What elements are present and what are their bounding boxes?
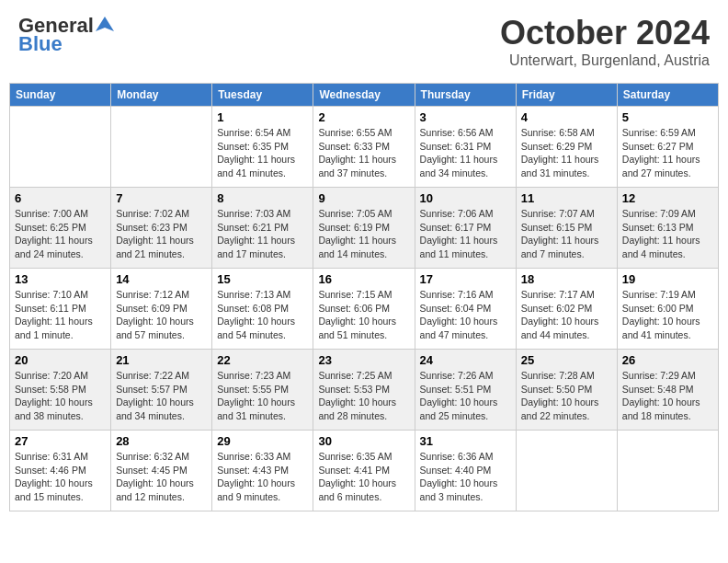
calendar-header-row: SundayMondayTuesdayWednesdayThursdayFrid… (10, 84, 719, 107)
calendar-cell: 4Sunrise: 6:58 AM Sunset: 6:29 PM Daylig… (516, 107, 617, 188)
day-detail: Sunrise: 7:00 AM Sunset: 6:25 PM Dayligh… (15, 207, 106, 261)
day-detail: Sunrise: 7:10 AM Sunset: 6:11 PM Dayligh… (15, 288, 106, 342)
day-number: 3 (420, 110, 511, 124)
day-number: 14 (116, 272, 207, 286)
day-detail: Sunrise: 6:31 AM Sunset: 4:46 PM Dayligh… (15, 450, 106, 504)
day-number: 2 (318, 110, 409, 124)
day-number: 4 (521, 110, 612, 124)
calendar-week-row: 27Sunrise: 6:31 AM Sunset: 4:46 PM Dayli… (10, 431, 719, 511)
calendar-cell: 23Sunrise: 7:25 AM Sunset: 5:53 PM Dayli… (313, 350, 415, 431)
title-block: October 2024 Unterwart, Burgenland, Aust… (500, 14, 710, 69)
svg-marker-0 (96, 17, 114, 31)
day-number: 11 (521, 191, 612, 205)
day-number: 16 (318, 272, 409, 286)
calendar-cell: 15Sunrise: 7:13 AM Sunset: 6:08 PM Dayli… (212, 269, 313, 350)
logo[interactable]: General Blue (18, 14, 114, 56)
calendar-week-row: 1Sunrise: 6:54 AM Sunset: 6:35 PM Daylig… (10, 107, 719, 188)
calendar-header-wednesday: Wednesday (313, 84, 415, 107)
day-number: 27 (15, 434, 106, 448)
calendar-cell: 12Sunrise: 7:09 AM Sunset: 6:13 PM Dayli… (617, 188, 718, 269)
day-detail: Sunrise: 6:59 AM Sunset: 6:27 PM Dayligh… (622, 126, 713, 180)
day-detail: Sunrise: 7:09 AM Sunset: 6:13 PM Dayligh… (622, 207, 713, 261)
day-detail: Sunrise: 6:55 AM Sunset: 6:33 PM Dayligh… (318, 126, 409, 180)
day-number: 10 (420, 191, 511, 205)
calendar-cell: 16Sunrise: 7:15 AM Sunset: 6:06 PM Dayli… (313, 269, 415, 350)
calendar-header-monday: Monday (111, 84, 212, 107)
day-number: 31 (420, 434, 511, 448)
day-number: 6 (15, 191, 106, 205)
day-detail: Sunrise: 7:26 AM Sunset: 5:51 PM Dayligh… (420, 369, 511, 423)
day-number: 20 (15, 353, 106, 367)
day-detail: Sunrise: 7:05 AM Sunset: 6:19 PM Dayligh… (318, 207, 409, 261)
calendar-cell: 22Sunrise: 7:23 AM Sunset: 5:55 PM Dayli… (212, 350, 313, 431)
calendar-cell: 5Sunrise: 6:59 AM Sunset: 6:27 PM Daylig… (617, 107, 718, 188)
day-detail: Sunrise: 7:16 AM Sunset: 6:04 PM Dayligh… (420, 288, 511, 342)
day-detail: Sunrise: 7:02 AM Sunset: 6:23 PM Dayligh… (116, 207, 207, 261)
day-number: 15 (217, 272, 308, 286)
calendar-cell: 9Sunrise: 7:05 AM Sunset: 6:19 PM Daylig… (313, 188, 415, 269)
day-detail: Sunrise: 7:29 AM Sunset: 5:48 PM Dayligh… (622, 369, 713, 423)
day-detail: Sunrise: 7:06 AM Sunset: 6:17 PM Dayligh… (420, 207, 511, 261)
day-number: 21 (116, 353, 207, 367)
day-detail: Sunrise: 7:28 AM Sunset: 5:50 PM Dayligh… (521, 369, 612, 423)
calendar-cell: 29Sunrise: 6:33 AM Sunset: 4:43 PM Dayli… (212, 431, 313, 511)
day-number: 18 (521, 272, 612, 286)
day-detail: Sunrise: 7:22 AM Sunset: 5:57 PM Dayligh… (116, 369, 207, 423)
calendar-cell: 27Sunrise: 6:31 AM Sunset: 4:46 PM Dayli… (10, 431, 111, 511)
day-number: 9 (318, 191, 409, 205)
day-detail: Sunrise: 6:35 AM Sunset: 4:41 PM Dayligh… (318, 450, 409, 504)
day-detail: Sunrise: 7:03 AM Sunset: 6:21 PM Dayligh… (217, 207, 308, 261)
day-number: 17 (420, 272, 511, 286)
calendar-cell (516, 431, 617, 511)
day-number: 12 (622, 191, 713, 205)
day-number: 28 (116, 434, 207, 448)
calendar-cell: 20Sunrise: 7:20 AM Sunset: 5:58 PM Dayli… (10, 350, 111, 431)
calendar-cell: 14Sunrise: 7:12 AM Sunset: 6:09 PM Dayli… (111, 269, 212, 350)
day-detail: Sunrise: 6:32 AM Sunset: 4:45 PM Dayligh… (116, 450, 207, 504)
logo-blue-text: Blue (18, 32, 63, 56)
day-detail: Sunrise: 7:25 AM Sunset: 5:53 PM Dayligh… (318, 369, 409, 423)
calendar-week-row: 20Sunrise: 7:20 AM Sunset: 5:58 PM Dayli… (10, 350, 719, 431)
day-number: 22 (217, 353, 308, 367)
page-header: General Blue October 2024 Unterwart, Bur… (9, 9, 719, 74)
day-detail: Sunrise: 6:36 AM Sunset: 4:40 PM Dayligh… (420, 450, 511, 504)
calendar-cell: 2Sunrise: 6:55 AM Sunset: 6:33 PM Daylig… (313, 107, 415, 188)
calendar-cell: 25Sunrise: 7:28 AM Sunset: 5:50 PM Dayli… (516, 350, 617, 431)
day-detail: Sunrise: 7:23 AM Sunset: 5:55 PM Dayligh… (217, 369, 308, 423)
day-detail: Sunrise: 6:54 AM Sunset: 6:35 PM Dayligh… (217, 126, 308, 180)
calendar-cell: 28Sunrise: 6:32 AM Sunset: 4:45 PM Dayli… (111, 431, 212, 511)
day-number: 13 (15, 272, 106, 286)
calendar-cell: 11Sunrise: 7:07 AM Sunset: 6:15 PM Dayli… (516, 188, 617, 269)
calendar-cell: 31Sunrise: 6:36 AM Sunset: 4:40 PM Dayli… (415, 431, 516, 511)
calendar-cell: 17Sunrise: 7:16 AM Sunset: 6:04 PM Dayli… (415, 269, 516, 350)
day-number: 19 (622, 272, 713, 286)
day-detail: Sunrise: 7:20 AM Sunset: 5:58 PM Dayligh… (15, 369, 106, 423)
day-detail: Sunrise: 7:15 AM Sunset: 6:06 PM Dayligh… (318, 288, 409, 342)
calendar-week-row: 13Sunrise: 7:10 AM Sunset: 6:11 PM Dayli… (10, 269, 719, 350)
day-detail: Sunrise: 6:33 AM Sunset: 4:43 PM Dayligh… (217, 450, 308, 504)
calendar-cell (10, 107, 111, 188)
calendar-cell (617, 431, 718, 511)
calendar-cell: 26Sunrise: 7:29 AM Sunset: 5:48 PM Dayli… (617, 350, 718, 431)
day-number: 8 (217, 191, 308, 205)
month-title: October 2024 (500, 14, 710, 52)
calendar-cell: 8Sunrise: 7:03 AM Sunset: 6:21 PM Daylig… (212, 188, 313, 269)
calendar-header-thursday: Thursday (415, 84, 516, 107)
day-detail: Sunrise: 6:56 AM Sunset: 6:31 PM Dayligh… (420, 126, 511, 180)
calendar-header-friday: Friday (516, 84, 617, 107)
day-number: 24 (420, 353, 511, 367)
calendar-header-saturday: Saturday (617, 84, 718, 107)
calendar-cell: 6Sunrise: 7:00 AM Sunset: 6:25 PM Daylig… (10, 188, 111, 269)
location-title: Unterwart, Burgenland, Austria (500, 52, 710, 69)
calendar-header-sunday: Sunday (10, 84, 111, 107)
day-detail: Sunrise: 7:13 AM Sunset: 6:08 PM Dayligh… (217, 288, 308, 342)
calendar-cell: 13Sunrise: 7:10 AM Sunset: 6:11 PM Dayli… (10, 269, 111, 350)
calendar-cell: 1Sunrise: 6:54 AM Sunset: 6:35 PM Daylig… (212, 107, 313, 188)
day-number: 25 (521, 353, 612, 367)
day-number: 26 (622, 353, 713, 367)
day-detail: Sunrise: 6:58 AM Sunset: 6:29 PM Dayligh… (521, 126, 612, 180)
calendar-cell: 3Sunrise: 6:56 AM Sunset: 6:31 PM Daylig… (415, 107, 516, 188)
logo-bird-icon (96, 15, 114, 33)
day-detail: Sunrise: 7:12 AM Sunset: 6:09 PM Dayligh… (116, 288, 207, 342)
day-number: 30 (318, 434, 409, 448)
